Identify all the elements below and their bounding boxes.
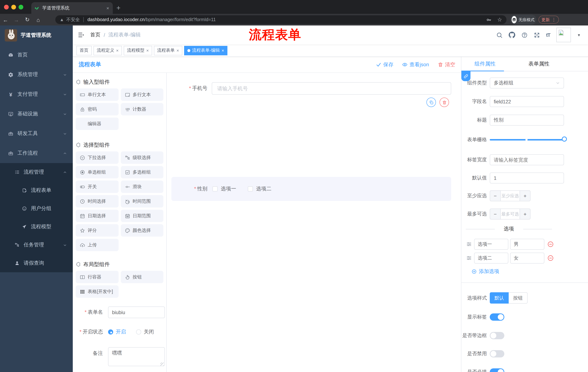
help-icon[interactable]	[521, 32, 528, 38]
required-toggle[interactable]	[490, 368, 504, 372]
sidebar-item-process-form[interactable]: 流程表单	[0, 181, 73, 200]
tab-close-icon[interactable]: ×	[106, 5, 110, 11]
palette-item-date-range[interactable]: 日期范围	[121, 210, 163, 222]
browser-update-button[interactable]: 更新 ⋮	[538, 16, 559, 24]
avatar[interactable]	[556, 28, 571, 42]
palette-item-color-picker[interactable]: 颜色选择	[121, 224, 163, 237]
palette-item-slider[interactable]: 滑块	[121, 181, 163, 193]
browser-menu-icon[interactable]: ⋮	[552, 17, 556, 22]
option-value-input[interactable]	[510, 239, 544, 250]
sidebar-item-process-management[interactable]: 流程管理	[0, 163, 73, 181]
style-default-button[interactable]: 默认	[490, 292, 509, 304]
canvas-gender-field-selected[interactable]: *性别 选项一 选项二	[171, 177, 451, 201]
form-name-input[interactable]	[108, 307, 165, 318]
stepper-decrease-button[interactable]: −	[490, 191, 500, 201]
palette-item-radio-group[interactable]: 单选框组	[76, 166, 118, 178]
save-button[interactable]: 保存	[376, 61, 394, 68]
stepper-decrease-button[interactable]: −	[490, 209, 500, 219]
palette-item-rate[interactable]: 评分	[76, 224, 118, 237]
drag-handle-icon[interactable]	[466, 241, 472, 247]
new-tab-button[interactable]: +	[116, 3, 120, 13]
tab-component-props[interactable]: 组件属性	[474, 60, 496, 67]
field-name-input[interactable]	[490, 96, 564, 107]
form-canvas[interactable]: *手机号 *性别 选项一 选项二	[167, 73, 461, 372]
palette-item-dropdown[interactable]: 下拉选择	[76, 151, 118, 164]
phone-input[interactable]	[212, 82, 451, 95]
palette-item-button[interactable]: 按钮	[121, 271, 163, 283]
tab-form-props[interactable]: 表单属性	[528, 60, 549, 67]
sidebar-item-home[interactable]: 首页	[0, 45, 73, 65]
reload-icon[interactable]: ↻	[22, 16, 33, 23]
sidebar-item-payment[interactable]: ¥ 支付管理	[0, 85, 73, 104]
palette-item-upload[interactable]: 上传	[76, 239, 118, 251]
palette-item-row-container[interactable]: 行容器	[76, 271, 118, 283]
tag-process-form[interactable]: 流程表单×	[154, 46, 182, 55]
style-button-button[interactable]: 按钮	[509, 292, 528, 304]
tag-close-icon[interactable]: ×	[221, 48, 224, 53]
default-value-input[interactable]	[490, 172, 564, 183]
back-icon[interactable]: ←	[0, 17, 11, 23]
search-icon[interactable]	[496, 32, 503, 38]
sidebar-item-system[interactable]: 系统管理	[0, 65, 73, 85]
remove-option-icon[interactable]	[547, 255, 554, 261]
palette-item-multi-line-text[interactable]: 多行文本	[121, 88, 163, 101]
option-label-input[interactable]	[474, 253, 508, 264]
status-radio-closed[interactable]: 关闭	[136, 329, 154, 335]
drag-handle-icon[interactable]	[466, 255, 472, 261]
sidebar-item-task-management[interactable]: 任务管理	[0, 236, 73, 254]
form-grid-slider[interactable]	[490, 139, 564, 140]
bookmark-star-icon[interactable]: ☆	[497, 16, 502, 23]
stepper-increase-button[interactable]: +	[520, 191, 530, 201]
avatar-caret-icon[interactable]: ▼	[577, 33, 581, 37]
forward-icon[interactable]: →	[11, 17, 22, 23]
sidebar-item-process-model[interactable]: 流程模型	[0, 218, 73, 236]
title-input[interactable]	[490, 115, 564, 126]
browser-tab[interactable]: 芋道管理系统 ×	[31, 2, 113, 14]
option-value-input[interactable]	[510, 253, 544, 264]
palette-item-cascader[interactable]: 级联选择	[121, 151, 163, 164]
font-size-icon[interactable]: tT	[546, 32, 550, 38]
tag-close-icon[interactable]: ×	[146, 48, 149, 53]
option-label-input[interactable]	[474, 239, 508, 250]
delete-component-button[interactable]	[440, 97, 449, 107]
fullscreen-icon[interactable]	[534, 32, 540, 38]
sidebar-collapse-icon[interactable]	[78, 32, 84, 38]
palette-item-date-picker[interactable]: 日期选择	[76, 210, 118, 222]
stepper-increase-button[interactable]: +	[520, 209, 530, 219]
view-json-button[interactable]: 查看json	[402, 61, 429, 68]
traffic-light-zoom[interactable]	[19, 5, 23, 9]
palette-item-counter[interactable]: 计数器	[121, 103, 163, 115]
tag-close-icon[interactable]: ×	[177, 48, 179, 53]
gender-checkbox-option1[interactable]: 选项一	[212, 186, 236, 192]
tag-process-model[interactable]: 流程模型×	[124, 46, 152, 55]
palette-item-checkbox-group[interactable]: 多选框组	[121, 166, 163, 178]
palette-item-single-line-text[interactable]: 单行文本	[76, 88, 118, 101]
slider-handle[interactable]	[562, 137, 567, 142]
breadcrumb-home[interactable]: 首页	[90, 32, 100, 38]
checkbox-box[interactable]	[212, 186, 218, 191]
remark-textarea[interactable]: 嘿嘿	[108, 347, 165, 366]
disabled-toggle[interactable]	[490, 350, 504, 357]
traffic-light-close[interactable]	[4, 5, 9, 9]
component-type-select[interactable]: 多选框组	[490, 77, 564, 88]
duplicate-component-button[interactable]	[426, 97, 436, 107]
sidebar-item-infrastructure[interactable]: 基础设施	[0, 104, 73, 124]
gender-checkbox-option2[interactable]: 选项二	[248, 186, 272, 192]
label-width-input[interactable]	[490, 154, 564, 165]
sidebar-item-leave-query[interactable]: 请假查询	[0, 254, 73, 272]
stepper-value[interactable]: 至少应选	[500, 191, 520, 201]
tag-process-form-edit-active[interactable]: 流程表单-编辑×	[184, 46, 227, 55]
sidebar-item-user-group[interactable]: 用户分组	[0, 200, 73, 218]
show-label-toggle[interactable]	[490, 313, 504, 321]
palette-item-switch[interactable]: 开关	[76, 181, 118, 193]
palette-item-editor[interactable]: 编辑器	[76, 117, 118, 130]
tag-process-definition[interactable]: 流程定义×	[94, 46, 122, 55]
panel-link-handle[interactable]	[461, 71, 471, 81]
traffic-light-minimize[interactable]	[11, 5, 16, 9]
github-icon[interactable]	[509, 32, 515, 38]
has-border-toggle[interactable]	[490, 332, 504, 339]
tag-close-icon[interactable]: ×	[116, 48, 119, 53]
clear-button[interactable]: 清空	[438, 61, 455, 68]
sidebar-item-workflow[interactable]: 工作流程	[0, 143, 73, 163]
tag-home[interactable]: 首页	[76, 46, 92, 55]
